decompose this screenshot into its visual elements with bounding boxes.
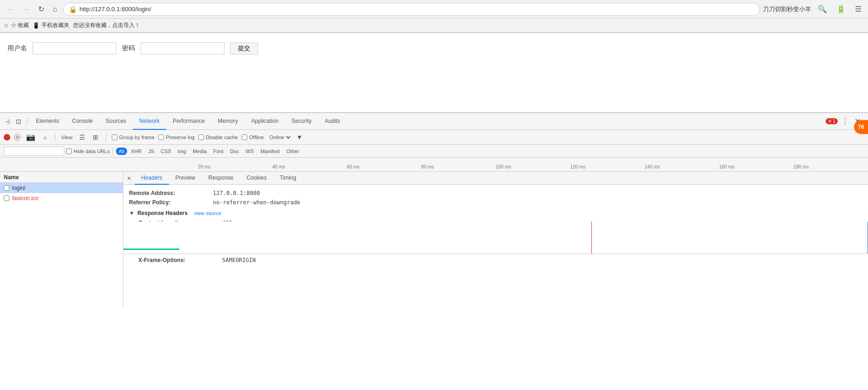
url-bar[interactable]: 🔒 http://127.0.0.1:8000/login/ <box>63 3 760 16</box>
password-input[interactable] <box>141 42 224 54</box>
filter-type-js[interactable]: JS <box>145 148 157 155</box>
battery-icon: 🔋 <box>834 3 848 15</box>
devtools-tab-performance[interactable]: Performance <box>166 113 211 130</box>
timeline-header: 20 ms40 ms60 ms80 ms100 ms120 ms140 ms16… <box>0 158 868 172</box>
devtools-cursor-icon[interactable]: ⊹ <box>4 117 13 126</box>
details-tab-response[interactable]: Response <box>202 172 240 185</box>
response-headers-list: Content-Length:416Content-Type:text/html… <box>129 218 862 265</box>
devtools-tab-elements[interactable]: Elements <box>29 113 66 130</box>
devtools-tab-network[interactable]: Network <box>133 113 166 130</box>
group-by-frame-label[interactable]: Group by frame <box>112 134 155 140</box>
file-checkbox[interactable] <box>4 185 9 191</box>
filter-type-all[interactable]: All <box>116 148 127 155</box>
timeline-tick-3: 80 ms <box>421 164 434 169</box>
preserve-log-checkbox[interactable] <box>158 134 164 140</box>
devtools-dock-icon[interactable]: ⊡ <box>14 117 23 126</box>
filter-type-css[interactable]: CSS <box>158 148 174 155</box>
view-label: View: <box>61 134 74 140</box>
record-button[interactable] <box>4 134 10 141</box>
file-checkbox[interactable] <box>4 195 9 201</box>
filter-type-other[interactable]: Other <box>284 148 302 155</box>
timeline-tick-6: 140 ms <box>644 164 660 169</box>
bookmarks-main[interactable]: ☆ ☆ 收藏 <box>4 21 29 29</box>
preserve-log-text: Preserve log <box>166 134 195 140</box>
details-close-button[interactable]: × <box>123 175 135 182</box>
offline-label[interactable]: Offline <box>242 134 264 140</box>
toolbar-separator-1 <box>55 133 55 141</box>
file-name: favicon.ico <box>12 195 39 202</box>
group-by-frame-checkbox[interactable] <box>112 134 117 140</box>
hide-data-urls-label[interactable]: Hide data URLs <box>66 148 110 154</box>
settings-button[interactable]: ☰ <box>852 3 864 15</box>
devtools-tab-sources[interactable]: Sources <box>99 113 133 130</box>
devtools-tab-audits[interactable]: Audits <box>318 113 346 130</box>
filter-bar: Hide data URLs AllXHRJSCSSImgMediaFontDo… <box>0 145 868 158</box>
network-throttle-select[interactable]: Online <box>268 134 292 141</box>
devtools-more-button[interactable]: ⋮ <box>840 116 851 127</box>
browser-chrome: ← → ↻ ⌂ 🔒 http://127.0.0.1:8000/login/ 刀… <box>0 0 868 33</box>
filter-type-img[interactable]: Img <box>175 148 189 155</box>
file-row[interactable]: login/ <box>0 183 123 193</box>
username-input[interactable] <box>33 42 116 54</box>
view-list-button[interactable]: ☰ <box>77 133 87 142</box>
url-text: http://127.0.0.1:8000/login/ <box>80 6 754 13</box>
floating-badge[interactable]: 76 <box>854 120 868 134</box>
disable-cache-label[interactable]: Disable cache <box>198 134 238 140</box>
hide-data-urls-text: Hide data URLs <box>74 148 110 154</box>
throttle-more-button[interactable]: ▾ <box>296 132 303 142</box>
clear-button[interactable]: ⊘ <box>14 134 20 141</box>
toolbar-separator-2 <box>106 133 106 141</box>
files-panel: Name login/favicon.ico <box>0 172 123 308</box>
devtools-tab-application[interactable]: Application <box>244 113 285 130</box>
reload-button[interactable]: ↻ <box>35 3 47 15</box>
details-tab-cookies[interactable]: Cookies <box>240 172 273 185</box>
filter-type-ws[interactable]: WS <box>243 148 257 155</box>
timeline-tick-7: 160 ms <box>719 164 734 169</box>
devtools-tab-memory[interactable]: Memory <box>211 113 244 130</box>
star-icon: ☆ <box>4 22 9 29</box>
response-header-key: Content-Type: <box>138 229 222 235</box>
search-button[interactable]: 🔍 <box>815 3 830 15</box>
response-header-row: Content-Length:416 <box>129 218 862 228</box>
offline-text: Offline <box>249 134 264 140</box>
camera-button[interactable]: 📷 <box>24 132 37 142</box>
devtools-tabs: ElementsConsoleSourcesNetworkPerformance… <box>29 113 822 130</box>
details-tab-timing[interactable]: Timing <box>273 172 303 185</box>
error-icon: ✕ <box>828 119 832 124</box>
view-source-link[interactable]: view source <box>194 210 221 216</box>
referrer-policy-row: Referrer Policy: no-referrer-when-downgr… <box>129 198 862 207</box>
hide-data-urls-checkbox[interactable] <box>66 148 72 154</box>
file-row[interactable]: favicon.ico <box>0 193 123 203</box>
timeline-tick-2: 60 ms <box>347 164 359 169</box>
forward-button[interactable]: → <box>20 3 33 15</box>
details-tab-preview[interactable]: Preview <box>169 172 202 185</box>
filter-type-manifest[interactable]: Manifest <box>258 148 283 155</box>
files-panel-header: Name <box>0 172 123 183</box>
response-header-row: Date:Fri, 28 Jun 2019 08:23:58 GMT <box>129 237 862 246</box>
filter-type-doc[interactable]: Doc <box>227 148 242 155</box>
filter-type-media[interactable]: Media <box>190 148 210 155</box>
home-button[interactable]: ⌂ <box>50 3 60 15</box>
back-button[interactable]: ← <box>4 3 17 15</box>
preserve-log-label[interactable]: Preserve log <box>158 134 195 140</box>
view-grid-button[interactable]: ⊞ <box>91 133 100 142</box>
devtools-tab-console[interactable]: Console <box>66 113 99 130</box>
response-headers-section[interactable]: ▼ Response Headers view source <box>129 207 862 218</box>
devtools: ⊹ ⊡ ElementsConsoleSourcesNetworkPerform… <box>0 112 868 308</box>
offline-checkbox[interactable] <box>242 134 247 140</box>
filter-input[interactable] <box>4 147 64 156</box>
mobile-icon: 📱 <box>33 22 40 29</box>
mobile-bookmarks[interactable]: 📱 手机收藏夹 <box>33 21 69 29</box>
error-count: 1 <box>833 119 835 124</box>
remote-address-val: 127.0.0.1:8000 <box>213 190 260 196</box>
filter-type-xhr[interactable]: XHR <box>128 148 144 155</box>
response-header-key: Server: <box>138 248 222 254</box>
details-tab-headers[interactable]: Headers <box>135 172 169 185</box>
disable-cache-checkbox[interactable] <box>198 134 204 140</box>
bookmarks-label: ☆ 收藏 <box>11 21 29 29</box>
devtools-tab-security[interactable]: Security <box>285 113 318 130</box>
filter-type-font[interactable]: Font <box>210 148 226 155</box>
password-label: 密码 <box>122 44 135 53</box>
submit-button[interactable]: 提交 <box>230 42 258 54</box>
filter-toggle-button[interactable]: ⬦ <box>41 132 49 142</box>
